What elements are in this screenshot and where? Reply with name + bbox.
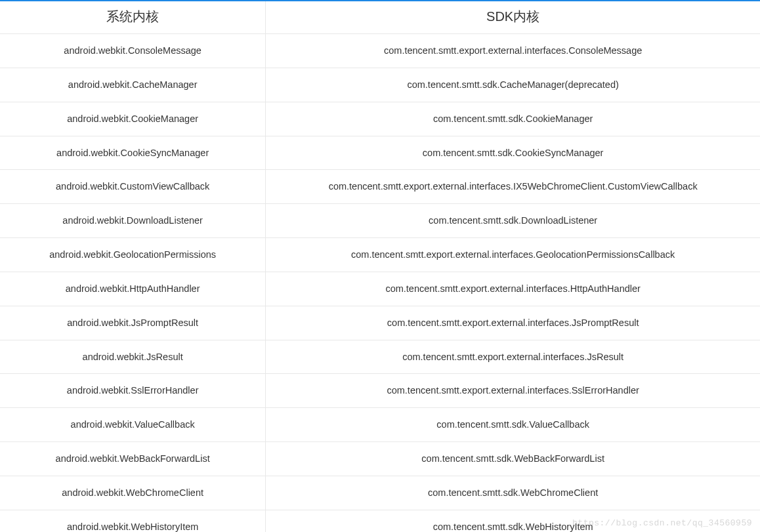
cell-sdk: com.tencent.smtt.sdk.DownloadListener — [266, 204, 760, 238]
table-row: android.webkit.WebBackForwardList com.te… — [0, 442, 760, 476]
cell-system: android.webkit.SslErrorHandler — [0, 374, 266, 408]
table-row: android.webkit.DownloadListener com.tenc… — [0, 204, 760, 238]
cell-sdk: com.tencent.smtt.sdk.CacheManager(deprec… — [266, 68, 760, 102]
cell-system: android.webkit.JsResult — [0, 340, 266, 375]
table-row: android.webkit.HttpAuthHandler com.tence… — [0, 272, 760, 306]
cell-system: android.webkit.JsPromptResult — [0, 306, 266, 340]
cell-system: android.webkit.ValueCallback — [0, 408, 266, 442]
cell-system: android.webkit.DownloadListener — [0, 204, 266, 238]
cell-sdk: com.tencent.smtt.export.external.interfa… — [266, 374, 760, 408]
header-sdk-kernel: SDK内核 — [266, 1, 760, 34]
table-row: android.webkit.GeolocationPermissions co… — [0, 238, 760, 272]
table-header-row: 系统内核 SDK内核 — [0, 1, 760, 34]
table-row: android.webkit.WebChromeClient com.tence… — [0, 476, 760, 510]
table-row: android.webkit.CookieManager com.tencent… — [0, 102, 760, 136]
cell-system: android.webkit.WebHistoryItem — [0, 510, 266, 532]
cell-sdk: com.tencent.smtt.export.external.interfa… — [266, 340, 760, 375]
cell-sdk: com.tencent.smtt.export.external.interfa… — [266, 306, 760, 340]
header-system-kernel: 系统内核 — [0, 1, 266, 34]
table-row: android.webkit.WebHistoryItem com.tencen… — [0, 510, 760, 532]
table-row: android.webkit.ConsoleMessage com.tencen… — [0, 34, 760, 68]
cell-system: android.webkit.WebBackForwardList — [0, 442, 266, 476]
cell-system: android.webkit.GeolocationPermissions — [0, 238, 266, 272]
cell-sdk: com.tencent.smtt.sdk.WebHistoryItem — [266, 510, 760, 532]
cell-system: android.webkit.CookieManager — [0, 102, 266, 136]
table-row: android.webkit.JsPromptResult com.tencen… — [0, 306, 760, 340]
table-row: android.webkit.CustomViewCallback com.te… — [0, 170, 760, 204]
table-body: android.webkit.ConsoleMessage com.tencen… — [0, 34, 760, 532]
cell-sdk: com.tencent.smtt.sdk.WebBackForwardList — [266, 442, 760, 476]
cell-sdk: com.tencent.smtt.sdk.WebChromeClient — [266, 476, 760, 510]
kernel-mapping-table: 系统内核 SDK内核 android.webkit.ConsoleMessage… — [0, 1, 760, 532]
table-row: android.webkit.JsResult com.tencent.smtt… — [0, 340, 760, 375]
table-row: android.webkit.SslErrorHandler com.tence… — [0, 374, 760, 408]
cell-sdk: com.tencent.smtt.sdk.CookieSyncManager — [266, 136, 760, 171]
cell-sdk: com.tencent.smtt.export.external.interfa… — [266, 272, 760, 306]
table-row: android.webkit.CookieSyncManager com.ten… — [0, 136, 760, 171]
cell-system: android.webkit.CookieSyncManager — [0, 136, 266, 171]
cell-sdk: com.tencent.smtt.sdk.CookieManager — [266, 102, 760, 136]
cell-sdk: com.tencent.smtt.export.external.interfa… — [266, 170, 760, 204]
table-row: android.webkit.CacheManager com.tencent.… — [0, 68, 760, 102]
cell-sdk: com.tencent.smtt.sdk.ValueCallback — [266, 408, 760, 442]
cell-sdk: com.tencent.smtt.export.external.interfa… — [266, 34, 760, 68]
cell-system: android.webkit.CustomViewCallback — [0, 170, 266, 204]
cell-system: android.webkit.CacheManager — [0, 68, 266, 102]
table-row: android.webkit.ValueCallback com.tencent… — [0, 408, 760, 442]
cell-system: android.webkit.ConsoleMessage — [0, 34, 266, 68]
cell-system: android.webkit.HttpAuthHandler — [0, 272, 266, 306]
cell-sdk: com.tencent.smtt.export.external.interfa… — [266, 238, 760, 272]
cell-system: android.webkit.WebChromeClient — [0, 476, 266, 510]
